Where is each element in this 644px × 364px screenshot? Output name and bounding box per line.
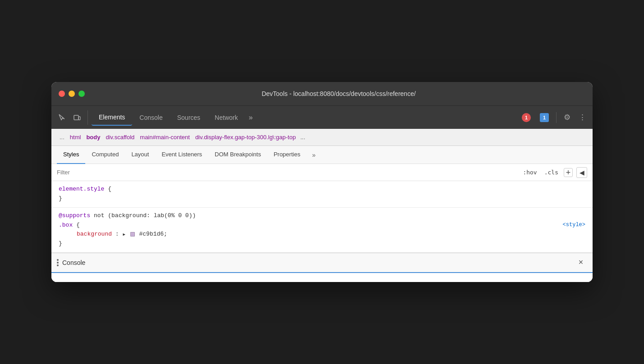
css-at-rule-line: @supports not (background: lab(0% 0 0)) (59, 211, 585, 221)
top-tab-bar: Elements Console Sources Network » 1 1 ⚙ (51, 105, 593, 129)
breadcrumb-html[interactable]: html (67, 133, 84, 141)
tab-sources[interactable]: Sources (170, 109, 207, 126)
window-title: DevTools - localhost:8080/docs/devtools/… (92, 90, 585, 97)
css-supports-selector: .box (59, 222, 76, 228)
sub-tab-more[interactable]: » (308, 151, 319, 159)
sub-tab-bar: Styles Computed Layout Event Listeners D… (51, 146, 593, 164)
css-rule-selector-line: element.style { (59, 185, 585, 194)
filter-actions: :hov .cls + ◀ (521, 167, 587, 178)
add-style-button[interactable]: + (564, 168, 573, 177)
breadcrumb-more[interactable]: ... (57, 134, 67, 141)
device-toggle-icon[interactable] (70, 111, 84, 124)
console-drawer-body (51, 273, 593, 282)
breadcrumb-main[interactable]: main#main-content (137, 133, 193, 141)
console-drawer: Console × (51, 253, 593, 282)
console-drawer-header: Console × (51, 253, 593, 273)
breadcrumb-div-flex[interactable]: div.display-flex.gap-top-300.lg\:gap-top (193, 133, 299, 141)
breadcrumb-end-ellipsis: ... (299, 134, 307, 141)
css-at-rule-rest: not (background: lab(0% 0 0)) (94, 212, 196, 219)
cls-button[interactable]: .cls (543, 168, 560, 177)
minimize-button[interactable] (69, 91, 75, 97)
hov-button[interactable]: :hov (521, 168, 538, 177)
top-tab-more[interactable]: » (245, 111, 256, 124)
css-supports-close: } (59, 239, 585, 249)
color-swatch[interactable] (130, 232, 135, 237)
traffic-lights (59, 91, 85, 97)
more-options-icon[interactable]: ⋮ (575, 111, 589, 124)
console-close-button[interactable]: × (575, 256, 587, 269)
devtools-icons (55, 110, 88, 125)
subtab-dom-breakpoints[interactable]: DOM Breakpoints (208, 146, 267, 164)
breadcrumb-div-scaffold[interactable]: div.scaffold (103, 133, 137, 141)
css-prop-background: background (77, 231, 112, 237)
tab-elements[interactable]: Elements (92, 109, 132, 126)
top-right-controls: 1 1 ⚙ ⋮ (518, 111, 589, 124)
css-content: element.style { } @supports not (backgro… (51, 181, 593, 253)
css-rule-supports: @supports not (background: lab(0% 0 0)) … (51, 208, 593, 253)
tab-console[interactable]: Console (132, 109, 170, 126)
filter-bar: :hov .cls + ◀ (51, 164, 593, 181)
expand-triangle-icon[interactable]: ▶ (123, 232, 125, 238)
console-drawer-title: Console (62, 259, 85, 266)
css-rule-close: } (59, 194, 585, 204)
settings-icon[interactable]: ⚙ (560, 111, 574, 124)
css-selector-element-style: element.style (59, 186, 108, 192)
subtab-layout[interactable]: Layout (125, 146, 155, 164)
css-rule-element-style: element.style { } (51, 181, 593, 208)
breadcrumb-body[interactable]: body (83, 133, 103, 141)
css-at-rule-keyword: @supports (59, 212, 90, 219)
svg-rect-1 (78, 117, 80, 120)
devtools-window: DevTools - localhost:8080/docs/devtools/… (51, 82, 593, 282)
css-source-link[interactable]: <style> (563, 221, 585, 229)
subtab-computed[interactable]: Computed (85, 146, 125, 164)
toggle-sidebar-button[interactable]: ◀ (576, 167, 587, 178)
inspect-icon[interactable] (55, 111, 69, 124)
css-value-background: #c9b1d6; (139, 231, 167, 237)
svg-rect-0 (74, 115, 78, 120)
breadcrumb-bar: ... html body div.scaffold main#main-con… (51, 129, 593, 146)
drawer-handle-icon[interactable] (57, 256, 59, 269)
errors-badge-button[interactable]: 1 (518, 111, 534, 124)
css-supports-selector-line: .box { <style> (59, 221, 585, 230)
messages-count: 1 (540, 113, 549, 122)
maximize-button[interactable] (78, 91, 85, 97)
close-button[interactable] (59, 91, 65, 97)
divider (556, 112, 557, 123)
subtab-event-listeners[interactable]: Event Listeners (155, 146, 208, 164)
filter-input[interactable] (57, 169, 517, 176)
css-property-line: background : ▶ #c9b1d6; (68, 230, 585, 239)
title-bar: DevTools - localhost:8080/docs/devtools/… (51, 82, 593, 105)
errors-count: 1 (522, 113, 531, 122)
top-tabs: Elements Console Sources Network » (92, 109, 518, 126)
lower-panel: Styles Computed Layout Event Listeners D… (51, 146, 593, 253)
subtab-styles[interactable]: Styles (57, 146, 85, 164)
tab-network[interactable]: Network (207, 109, 245, 126)
messages-badge-button[interactable]: 1 (536, 111, 552, 124)
subtab-properties[interactable]: Properties (267, 146, 307, 164)
